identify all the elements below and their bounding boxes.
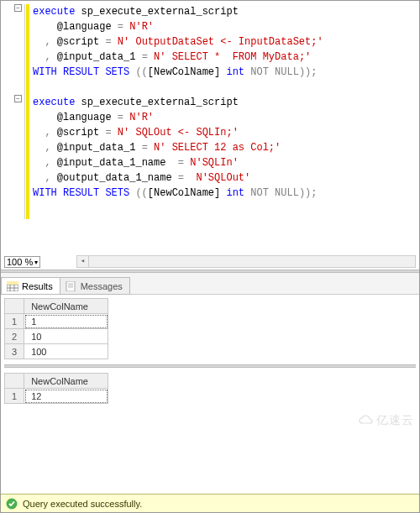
document-icon (66, 281, 77, 291)
table-row[interactable]: 3100 (5, 344, 108, 359)
zoom-control[interactable]: 100 % ▾ (4, 256, 40, 268)
column-header[interactable]: NewColName (24, 299, 108, 314)
result-grid-2[interactable]: NewColName112 (4, 373, 108, 404)
table-row[interactable]: 210 (5, 329, 108, 344)
horizontal-scrollbar[interactable]: ◂ (76, 255, 416, 268)
tab-messages[interactable]: Messages (60, 277, 130, 295)
watermark: 亿速云 (358, 413, 414, 428)
tab-results-label: Results (22, 281, 53, 291)
table-row[interactable]: 11 (5, 314, 108, 329)
collapse-toggle-icon[interactable]: − (14, 95, 22, 102)
sql-editor[interactable]: − − execute sp_execute_external_script @… (1, 1, 419, 270)
result-tabs: Results Messages (1, 273, 419, 295)
column-header[interactable]: NewColName (24, 374, 108, 389)
code-area[interactable]: execute sp_execute_external_script @lang… (33, 4, 412, 201)
chevron-down-icon[interactable]: ▾ (34, 259, 38, 266)
collapse-toggle-icon[interactable]: − (14, 4, 22, 12)
svg-rect-5 (7, 281, 18, 285)
result-grid-1[interactable]: NewColName112103100 (4, 298, 108, 359)
outline-line (24, 4, 25, 219)
tab-messages-label: Messages (81, 281, 123, 291)
success-icon (6, 498, 18, 510)
grid-splitter[interactable] (4, 364, 416, 368)
grid-icon (7, 281, 18, 291)
svg-rect-6 (66, 281, 75, 291)
status-bar: Query executed successfully. (1, 494, 419, 512)
change-marker (26, 4, 29, 219)
zoom-value: 100 % (7, 257, 33, 267)
status-text: Query executed successfully. (23, 499, 142, 509)
scroll-left-icon[interactable]: ◂ (77, 256, 89, 267)
table-row[interactable]: 112 (5, 389, 108, 404)
tab-results[interactable]: Results (1, 277, 60, 295)
editor-gutter: − − (1, 1, 24, 270)
results-pane: NewColName112103100 NewColName112 (1, 295, 419, 407)
